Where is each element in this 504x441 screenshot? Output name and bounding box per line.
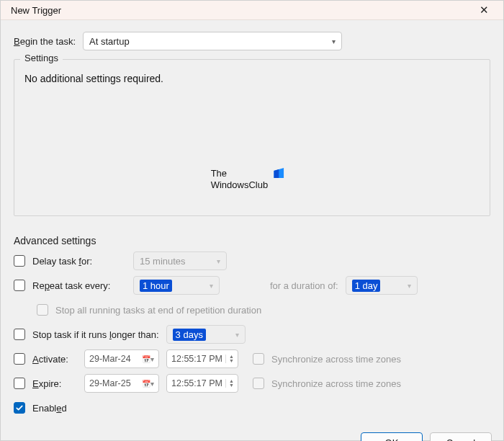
delay-combo[interactable]: 15 minutes ▾ (133, 251, 227, 270)
chevron-down-icon: ▾ (408, 282, 411, 290)
delay-checkbox[interactable] (14, 255, 25, 267)
stop-long-checkbox[interactable] (14, 329, 25, 340)
stop-long-value: 3 days (173, 329, 206, 341)
repeat-duration-label: for a duration of: (270, 280, 338, 291)
watermark: The WindowsClub (211, 168, 284, 190)
begin-task-value: At startup (89, 36, 130, 47)
expire-date-input[interactable]: 29-Mar-25 📅▾ (84, 374, 159, 393)
advanced-settings: Delay task for: 15 minutes ▾ Repeat task… (14, 251, 490, 418)
dialog-footer: OK Cancel (1, 425, 503, 441)
settings-group: Settings No additional settings required… (14, 59, 490, 216)
stop-repetition-label: Stop all running tasks at end of repetit… (55, 305, 261, 316)
repeat-interval-combo[interactable]: 1 hour ▾ (133, 276, 220, 295)
advanced-settings-title: Advanced settings (14, 235, 490, 246)
settings-legend: Settings (20, 53, 63, 63)
expire-label: Expire: (32, 378, 77, 389)
calendar-icon: 📅▾ (142, 355, 154, 363)
stop-long-label: Stop task if it runs longer than: (32, 329, 159, 340)
activate-label: Activate: (32, 354, 77, 365)
activate-row: Activate: 29-Mar-24 📅▾ 12:55:17 PM ▲▼ Sy… (14, 349, 490, 369)
chevron-down-icon: ▾ (210, 282, 213, 290)
repeat-checkbox[interactable] (14, 280, 25, 291)
activate-date-value: 29-Mar-24 (89, 354, 131, 364)
expire-row: Expire: 29-Mar-25 📅▾ 12:55:17 PM ▲▼ Sync… (14, 373, 490, 393)
spinner-icon[interactable]: ▲▼ (225, 379, 234, 388)
enabled-label: Enabled (32, 403, 67, 414)
enabled-row: Enabled (14, 398, 490, 418)
repeat-value: 1 hour (140, 280, 172, 292)
window-title: New Trigger (11, 5, 61, 16)
svg-marker-1 (274, 169, 279, 178)
repeat-duration-combo[interactable]: 1 day ▾ (346, 276, 418, 295)
stop-long-row: Stop task if it runs longer than: 3 days… (14, 324, 490, 344)
expire-checkbox[interactable] (14, 378, 25, 389)
chevron-down-icon: ▾ (235, 331, 239, 339)
activate-sync-label: Synchronize across time zones (271, 354, 401, 365)
close-icon[interactable]: ✕ (474, 1, 495, 19)
activate-time-input[interactable]: 12:55:17 PM ▲▼ (166, 349, 238, 368)
no-settings-text: No additional settings required. (24, 73, 480, 84)
expire-time-value: 12:55:17 PM (171, 378, 222, 388)
delay-row: Delay task for: 15 minutes ▾ (14, 251, 490, 271)
stop-repetition-row: Stop all running tasks at end of repetit… (37, 300, 490, 320)
expire-date-value: 29-Mar-25 (89, 378, 131, 388)
expire-time-input[interactable]: 12:55:17 PM ▲▼ (166, 374, 238, 393)
dialog-content: Begin the task: At startup ▾ Settings No… (1, 20, 503, 425)
chevron-down-icon: ▾ (332, 37, 336, 45)
titlebar: New Trigger ✕ (1, 1, 503, 20)
activate-time-value: 12:55:17 PM (171, 354, 222, 364)
windowsclub-logo-icon (274, 168, 284, 178)
repeat-duration-value: 1 day (352, 280, 381, 292)
expire-sync-label: Synchronize across time zones (271, 378, 401, 389)
activate-checkbox[interactable] (14, 353, 25, 365)
begin-task-row: Begin the task: At startup ▾ (14, 32, 490, 50)
delay-value: 15 minutes (140, 256, 186, 267)
repeat-label: Repeat task every: (32, 280, 126, 291)
delay-label: Delay task for: (32, 256, 126, 267)
begin-task-combo[interactable]: At startup ▾ (83, 32, 342, 50)
stop-long-combo[interactable]: 3 days ▾ (166, 325, 246, 344)
repeat-row: Repeat task every: 1 hour ▾ for a durati… (14, 275, 490, 295)
chevron-down-icon: ▾ (217, 257, 220, 265)
watermark-line2: WindowsClub (211, 179, 268, 191)
new-trigger-dialog: New Trigger ✕ Begin the task: At startup… (0, 0, 504, 441)
spinner-icon[interactable]: ▲▼ (225, 355, 234, 363)
ok-button[interactable]: OK (361, 432, 423, 441)
enabled-checkbox[interactable] (14, 402, 25, 414)
stop-repetition-checkbox (37, 304, 48, 316)
activate-sync-checkbox (253, 353, 264, 365)
expire-sync-checkbox (253, 378, 264, 389)
watermark-line1: The (211, 168, 268, 179)
activate-date-input[interactable]: 29-Mar-24 📅▾ (84, 349, 159, 368)
cancel-button[interactable]: Cancel (430, 432, 492, 441)
calendar-icon: 📅▾ (142, 380, 154, 388)
begin-task-label: Begin the task: (14, 36, 76, 47)
